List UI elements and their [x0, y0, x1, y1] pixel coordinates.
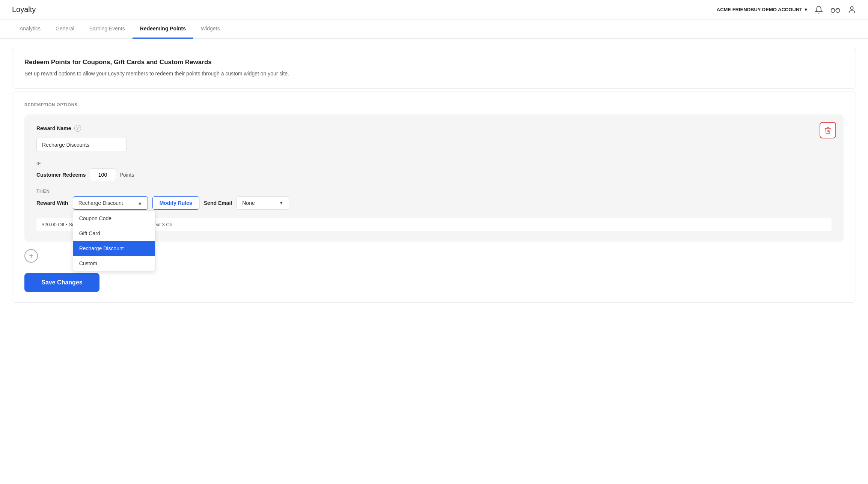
reward-with-label: Reward With: [36, 200, 68, 206]
main-content: Redeem Points for Coupons, Gift Cards an…: [0, 39, 868, 312]
info-card-title: Redeem Points for Coupons, Gift Cards an…: [24, 59, 844, 66]
if-label: IF: [36, 161, 832, 166]
send-email-dropdown[interactable]: None ▼: [237, 196, 289, 210]
reward-name-input[interactable]: [36, 138, 127, 152]
redemption-options-section: REDEMPTION OPTIONS Reward Name ?: [12, 92, 856, 303]
reward-with-chevron-icon: ▲: [138, 200, 142, 206]
dropdown-option-custom[interactable]: Custom: [73, 256, 155, 271]
add-icon: +: [29, 252, 33, 260]
section-label: REDEMPTION OPTIONS: [24, 102, 844, 107]
reward-with-dropdown-wrapper: Recharge Discount ▲ Coupon Code Gift Car…: [73, 196, 148, 210]
reward-with-dropdown-trigger[interactable]: Recharge Discount ▲: [73, 196, 148, 210]
then-content: Reward With Recharge Discount ▲ Coupon C…: [36, 196, 832, 210]
tab-analytics[interactable]: Analytics: [12, 20, 48, 39]
top-bar-right: ACME FRIENDBUY DEMO ACCOUNT ▾: [717, 6, 856, 14]
account-chevron-icon: ▾: [805, 7, 807, 12]
tab-general[interactable]: General: [48, 20, 82, 39]
send-email-label: Send Email: [204, 200, 232, 206]
nav-tabs: Analytics General Earning Events Redeemi…: [0, 20, 868, 39]
points-label: Points: [120, 172, 134, 178]
info-card: Redeem Points for Coupons, Gift Cards an…: [12, 48, 856, 89]
app-title: Loyalty: [12, 5, 36, 14]
svg-point-2: [850, 6, 853, 9]
dropdown-option-recharge-discount[interactable]: Recharge Discount: [73, 241, 155, 256]
tab-earning-events[interactable]: Earning Events: [82, 20, 133, 39]
top-bar: Loyalty ACME FRIENDBUY DEMO ACCOUNT ▾: [0, 0, 868, 20]
reward-with-dropdown-menu: Coupon Code Gift Card Recharge Discount …: [73, 210, 155, 271]
dropdown-option-coupon-code[interactable]: Coupon Code: [73, 211, 155, 226]
send-email-value: None: [242, 200, 255, 206]
reward-name-help-icon[interactable]: ?: [74, 125, 81, 132]
save-changes-button[interactable]: Save Changes: [24, 273, 99, 292]
tab-widgets[interactable]: Widgets: [193, 20, 228, 39]
glasses-icon[interactable]: [830, 6, 840, 14]
reward-card: Reward Name ? IF Customer Redeems Points…: [24, 114, 844, 242]
notifications-icon[interactable]: [815, 6, 823, 14]
add-reward-button[interactable]: +: [24, 249, 38, 263]
reward-name-row: Reward Name ?: [36, 125, 832, 132]
dropdown-option-gift-card[interactable]: Gift Card: [73, 226, 155, 241]
if-section: IF Customer Redeems Points: [36, 161, 832, 181]
info-card-description: Set up reward options to allow your Loya…: [24, 70, 844, 78]
points-input[interactable]: [90, 168, 116, 181]
tab-redeeming-points[interactable]: Redeeming Points: [133, 20, 193, 39]
then-section: THEN Reward With Recharge Discount ▲ Cou…: [36, 189, 832, 231]
delete-reward-button[interactable]: [820, 122, 836, 138]
reward-name-label: Reward Name: [36, 125, 71, 131]
svg-point-0: [831, 9, 835, 12]
send-email-chevron-icon: ▼: [279, 200, 283, 206]
svg-point-1: [836, 9, 840, 12]
user-icon[interactable]: [848, 6, 856, 14]
customer-redeems-label: Customer Redeems: [36, 172, 86, 178]
account-name[interactable]: ACME FRIENDBUY DEMO ACCOUNT ▾: [717, 7, 807, 12]
modify-rules-button[interactable]: Modify Rules: [152, 196, 199, 210]
then-label: THEN: [36, 189, 832, 194]
reward-with-selected: Recharge Discount: [78, 200, 123, 206]
rule-text: $20.00 Off • Subscriptions & One-Time Pr…: [36, 218, 832, 231]
if-content: Customer Redeems Points: [36, 168, 832, 181]
